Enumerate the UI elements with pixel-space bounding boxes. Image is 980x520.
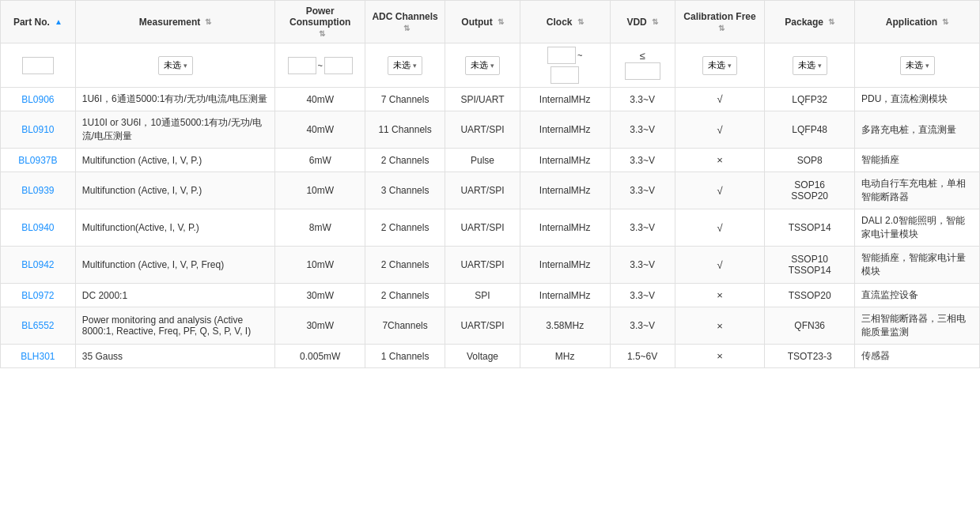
part-link[interactable]: BL0906 — [21, 94, 54, 105]
filter-part-input[interactable] — [22, 57, 54, 74]
cell-output: SPI/UART — [445, 88, 520, 111]
cell-measurement: Multifunction(Active, I, V, P.) — [75, 209, 275, 247]
part-link[interactable]: BL0942 — [21, 259, 54, 270]
cell-part: BL0939 — [1, 172, 76, 209]
header-row: Part No. ▲ Measurement ⇅ Power Consumpti… — [1, 1, 980, 43]
part-link[interactable]: BL0972 — [21, 290, 54, 301]
col-header-part[interactable]: Part No. ▲ — [1, 1, 76, 43]
part-link[interactable]: BL0940 — [21, 222, 54, 233]
cell-application: DALI 2.0智能照明，智能家电计量模块 — [855, 209, 980, 247]
filter-output: 未选 ▾ — [445, 43, 520, 88]
filter-adc: 未选 ▾ — [365, 43, 445, 88]
cell-vdd: 3.3~V — [610, 88, 675, 111]
col-label-adc: ADC Channels — [372, 11, 437, 22]
cell-measurement: 1U10I or 3U6I，10通道5000:1有功/无功/电流/电压测量 — [75, 111, 275, 149]
col-header-adc[interactable]: ADC Channels ⇅ — [365, 1, 445, 43]
col-header-power[interactable]: Power Consumption ⇅ — [275, 1, 365, 43]
cell-part: BL0942 — [1, 247, 76, 284]
cell-power: 10mW — [275, 247, 365, 284]
sort-icon-clock: ⇅ — [577, 17, 584, 26]
filter-measurement: 未选 ▾ — [75, 43, 275, 88]
cell-output: UART/SPI — [445, 172, 520, 209]
cell-calfree: × — [675, 149, 765, 172]
part-link[interactable]: BLH301 — [21, 351, 55, 362]
cell-calfree: √ — [675, 209, 765, 247]
sort-icon-vdd: ⇅ — [652, 17, 658, 26]
cell-application: 智能插座 — [855, 149, 980, 172]
cell-vdd: 3.3~V — [610, 149, 675, 172]
filter-power-max[interactable] — [324, 57, 353, 74]
cell-vdd: 3.3~V — [610, 247, 675, 284]
cell-vdd: 3.3~V — [610, 307, 675, 345]
cell-package: QFN36 — [765, 307, 855, 345]
col-header-calfree[interactable]: Calibration Free ⇅ — [675, 1, 765, 43]
cell-application: 三相智能断路器，三相电能质量监测 — [855, 307, 980, 345]
cell-adc: 7Channels — [365, 307, 445, 345]
cell-package: TSSOP20 — [765, 284, 855, 307]
filter-output-dropdown[interactable]: 未选 ▾ — [465, 56, 500, 75]
dropdown-arrow-measurement: ▾ — [184, 62, 187, 70]
filter-power-min[interactable] — [288, 57, 316, 74]
table-row: BL09061U6I，6通道5000:1有功/无功/电流/电压测量40mW7 C… — [1, 88, 980, 111]
filter-package-dropdown[interactable]: 未选 ▾ — [793, 56, 827, 75]
col-header-measurement[interactable]: Measurement ⇅ — [75, 1, 275, 43]
cell-application: 智能插座，智能家电计量模块 — [855, 247, 980, 284]
cell-part: BL0910 — [1, 111, 76, 149]
part-link[interactable]: BL0937B — [18, 155, 57, 166]
cell-package: SSOP10 TSSOP14 — [765, 247, 855, 284]
cell-calfree: √ — [675, 88, 765, 111]
filter-output-label: 未选 — [471, 59, 488, 71]
filter-power: ~ — [275, 43, 365, 88]
part-link[interactable]: BL6552 — [21, 320, 54, 331]
cell-adc: 2 Channels — [365, 247, 445, 284]
col-header-vdd[interactable]: VDD ⇅ — [610, 1, 675, 43]
sort-icon-part: ▲ — [55, 17, 62, 26]
col-label-measurement: Measurement — [139, 17, 200, 28]
filter-calfree-dropdown[interactable]: 未选 ▾ — [702, 56, 737, 75]
part-link[interactable]: BL0910 — [21, 124, 54, 135]
cell-output: UART/SPI — [445, 209, 520, 247]
filter-adc-dropdown[interactable]: 未选 ▾ — [388, 56, 422, 75]
cell-clock: InternalMHz — [520, 111, 610, 149]
dropdown-arrow-calfree: ▾ — [728, 62, 732, 70]
dropdown-arrow-output: ▾ — [490, 62, 494, 70]
col-header-clock[interactable]: Clock ⇅ — [520, 1, 610, 43]
filter-measurement-label: 未选 — [164, 59, 181, 71]
cell-application: 电动自行车充电桩，单相智能断路器 — [855, 172, 980, 209]
cell-vdd: 3.3~V — [610, 209, 675, 247]
col-label-part: Part No. — [13, 17, 50, 28]
filter-measurement-dropdown[interactable]: 未选 ▾ — [158, 56, 193, 75]
cell-package: TSSOP14 — [765, 209, 855, 247]
cell-part: BL6552 — [1, 307, 76, 345]
filter-vdd-input[interactable] — [625, 62, 660, 80]
cell-clock: InternalMHz — [520, 172, 610, 209]
cell-output: SPI — [445, 284, 520, 307]
cell-power: 10mW — [275, 172, 365, 209]
col-header-application[interactable]: Application ⇅ — [855, 1, 980, 43]
cell-measurement: Multifunction (Active, I, V, P, Freq) — [75, 247, 275, 284]
cell-adc: 1 Channels — [365, 345, 445, 368]
cell-calfree: × — [675, 307, 765, 345]
col-header-package[interactable]: Package ⇅ — [765, 1, 855, 43]
cell-package: LQFP48 — [765, 111, 855, 149]
cell-measurement: Multifunction (Active, I, V, P.) — [75, 149, 275, 172]
cell-part: BL0906 — [1, 88, 76, 111]
cell-part: BL0940 — [1, 209, 76, 247]
filter-clock-max[interactable] — [551, 66, 579, 84]
filter-adc-label: 未选 — [393, 59, 411, 71]
filter-calfree-label: 未选 — [708, 59, 725, 71]
cell-application: 直流监控设备 — [855, 284, 980, 307]
cell-power: 40mW — [275, 111, 365, 149]
filter-application-label: 未选 — [906, 59, 923, 71]
cell-calfree: √ — [675, 111, 765, 149]
filter-package: 未选 ▾ — [765, 43, 855, 88]
dropdown-arrow-package: ▾ — [818, 62, 822, 70]
cell-power: 30mW — [275, 307, 365, 345]
cell-power: 40mW — [275, 88, 365, 111]
cell-vdd: 3.3~V — [610, 172, 675, 209]
part-link[interactable]: BL0939 — [21, 185, 54, 196]
filter-application-dropdown[interactable]: 未选 ▾ — [900, 56, 935, 75]
filter-clock-min[interactable] — [547, 47, 576, 64]
cell-part: BL0972 — [1, 284, 76, 307]
col-header-output[interactable]: Output ⇅ — [445, 1, 520, 43]
